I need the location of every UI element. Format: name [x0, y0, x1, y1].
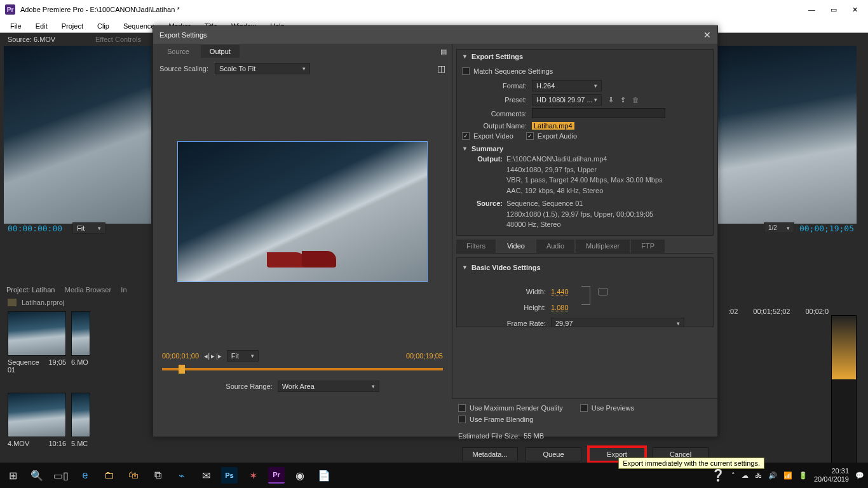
tab-source[interactable]: Source	[158, 45, 198, 58]
network-tray-icon[interactable]: 🖧	[755, 471, 762, 479]
export-settings-dialog: Export Settings ✕ Source Output ▤ Source…	[153, 25, 718, 437]
menu-clip[interactable]: Clip	[91, 21, 116, 31]
use-previews-label: Use Previews	[592, 404, 634, 412]
panel-menu-icon[interactable]: ▤	[440, 48, 447, 56]
preview-zoom-dropdown[interactable]: Fit	[227, 350, 259, 362]
project-tab[interactable]: Project: Latihan	[6, 286, 55, 294]
tab-ftp[interactable]: FTP	[631, 240, 665, 253]
bin-item-sequence[interactable]: Sequence 0119;05	[8, 311, 66, 374]
delete-preset-icon[interactable]: 🗑	[632, 96, 639, 104]
match-sequence-checkbox[interactable]	[462, 67, 470, 75]
bin-icon	[8, 299, 17, 306]
metadata-button[interactable]: Metadata...	[462, 447, 518, 461]
battery-tray-icon[interactable]: 🔋	[799, 471, 808, 480]
summary-output-label: Output:	[473, 154, 506, 196]
disclosure-icon[interactable]: ▼	[462, 53, 468, 60]
export-audio-checkbox[interactable]: ✓	[526, 132, 534, 140]
import-preset-icon[interactable]: ⇪	[620, 96, 626, 104]
export-video-checkbox[interactable]: ✓	[462, 132, 470, 140]
program-pager-dropdown[interactable]: 1/2	[764, 222, 794, 233]
format-label: Format:	[473, 82, 532, 90]
effect-controls-tab[interactable]: Effect Controls	[95, 36, 141, 43]
comments-input[interactable]	[532, 108, 665, 118]
notepad-icon[interactable]: 📄	[315, 466, 333, 484]
frame-blending-checkbox[interactable]	[458, 416, 466, 423]
menu-file[interactable]: File	[4, 21, 28, 31]
output-name-link[interactable]: Latihan.mp4	[532, 122, 574, 130]
source-scaling-dropdown[interactable]: Scale To Fit	[215, 63, 310, 74]
notifications-icon[interactable]: 💬	[855, 471, 864, 480]
help-tray-icon[interactable]: ❔	[711, 468, 725, 482]
window-title: Adobe Premiere Pro - E:\100CANON\Jadi\La…	[20, 6, 180, 13]
system-tray: ❔ ˄ ☁ 🖧 🔊 📶 🔋 20:31 20/04/2019 💬	[711, 467, 864, 484]
clock-date: 20/04/2019	[814, 475, 849, 484]
maximize-button[interactable]: ▭	[831, 6, 837, 14]
step-fwd-button[interactable]: |▸	[216, 352, 222, 360]
edge-icon[interactable]: e	[76, 466, 94, 484]
queue-button[interactable]: Queue	[526, 447, 581, 461]
bin-item-name: 6.MO	[71, 358, 88, 366]
bin-item-clip-4[interactable]: 4.MOV10:16	[8, 393, 66, 447]
play-button[interactable]: ▸	[211, 352, 215, 360]
timeline-tc-frag: :02	[728, 308, 738, 315]
chrome-icon[interactable]: ◉	[291, 466, 309, 484]
preview-content	[302, 251, 336, 268]
dropbox-icon[interactable]: ⧉	[149, 466, 166, 484]
tab-multiplexer[interactable]: Multiplexer	[576, 240, 630, 253]
app-icon-red[interactable]: ✶	[244, 466, 262, 484]
search-icon[interactable]: 🔍	[28, 466, 46, 484]
framerate-label: Frame Rate:	[468, 320, 551, 327]
photoshop-icon[interactable]: Ps	[221, 467, 238, 484]
menu-project[interactable]: Project	[55, 21, 90, 31]
preview-timeline-slider[interactable]	[162, 368, 443, 370]
tab-filters[interactable]: Filters	[456, 240, 496, 253]
minimize-button[interactable]: —	[808, 6, 815, 14]
task-view-icon[interactable]: ▭▯	[52, 466, 70, 484]
volume-tray-icon[interactable]: 🔊	[768, 471, 777, 480]
save-preset-icon[interactable]: ⇩	[608, 96, 614, 104]
link-bracket	[581, 286, 590, 305]
width-value[interactable]: 1.440	[551, 288, 569, 295]
disclosure-icon[interactable]: ▼	[462, 146, 468, 152]
bin-item-clip-5[interactable]: 5.MC	[71, 393, 90, 447]
store-icon[interactable]: 🛍	[125, 466, 142, 484]
app-icon-blue[interactable]: ⌁	[173, 466, 191, 484]
mail-icon[interactable]: ✉	[197, 466, 215, 484]
source-frame	[4, 46, 151, 224]
dialog-close-button[interactable]: ✕	[703, 30, 711, 40]
playhead[interactable]	[179, 365, 185, 374]
in-timecode[interactable]: 00;00;01;00	[162, 352, 199, 360]
wifi-tray-icon[interactable]: 📶	[783, 471, 792, 480]
start-button[interactable]: ⊞	[4, 466, 22, 484]
use-previews-checkbox[interactable]	[580, 404, 588, 412]
out-timecode[interactable]: 00;00;19;05	[406, 352, 443, 360]
tab-output[interactable]: Output	[201, 45, 240, 58]
bin-item-clip-6[interactable]: 6.MO	[71, 311, 90, 374]
match-sequence-label: Match Sequence Settings	[473, 67, 553, 75]
preset-dropdown[interactable]: HD 1080i 29.97 ...	[532, 94, 602, 105]
step-back-button[interactable]: ◂|	[204, 352, 210, 360]
height-value[interactable]: 1.080	[551, 304, 569, 311]
format-dropdown[interactable]: H.264	[532, 80, 602, 92]
max-render-checkbox[interactable]	[458, 404, 466, 412]
close-window-button[interactable]: ✕	[852, 6, 858, 14]
info-tab[interactable]: In	[121, 286, 126, 294]
taskbar-clock[interactable]: 20:31 20/04/2019	[814, 467, 849, 484]
crop-icon[interactable]: ◫	[437, 64, 445, 74]
menu-edit[interactable]: Edit	[29, 21, 54, 31]
tray-chevron-icon[interactable]: ˄	[731, 471, 735, 480]
link-dimensions-icon[interactable]	[598, 288, 608, 295]
media-browser-tab[interactable]: Media Browser	[65, 286, 111, 294]
explorer-icon[interactable]: 🗀	[100, 466, 118, 484]
dialog-titlebar[interactable]: Export Settings ✕	[153, 26, 717, 44]
onedrive-tray-icon[interactable]: ☁	[742, 471, 749, 480]
source-range-label: Source Range:	[226, 383, 272, 390]
source-range-dropdown[interactable]: Work Area	[278, 381, 379, 392]
disclosure-icon[interactable]: ▼	[462, 264, 468, 271]
source-panel-tab[interactable]: Source: 6.MOV	[8, 36, 55, 43]
tab-audio[interactable]: Audio	[536, 240, 574, 253]
tab-video[interactable]: Video	[497, 240, 535, 253]
framerate-dropdown[interactable]: 29,97	[551, 318, 684, 327]
source-zoom-dropdown[interactable]: Fit	[72, 222, 105, 234]
premiere-icon[interactable]: Pr	[268, 467, 285, 484]
